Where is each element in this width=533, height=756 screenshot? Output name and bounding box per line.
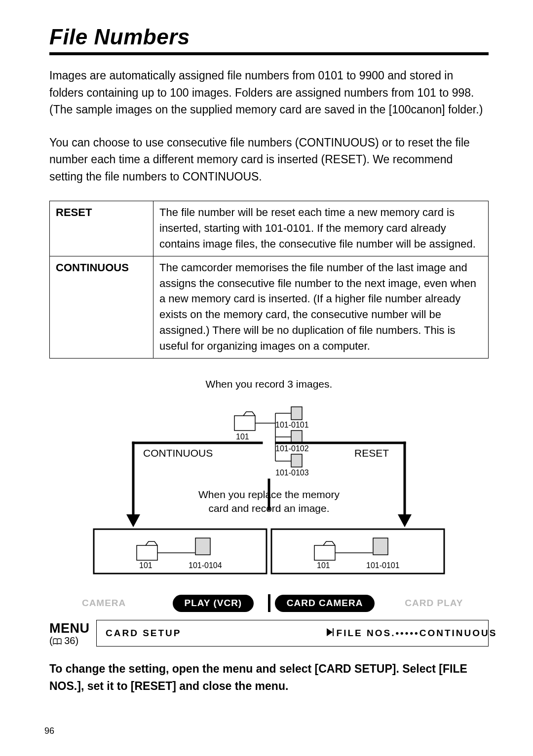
svg-rect-18 xyxy=(195,538,210,555)
mode-pill: PLAY (VCR) xyxy=(173,595,254,612)
intro-paragraph-1: Images are automatically assigned file n… xyxy=(49,67,489,118)
svg-rect-15 xyxy=(94,529,266,574)
mode-selector-row: CAMERA PLAY (VCR) CARD CAMERA CARD PLAY xyxy=(49,593,489,613)
svg-rect-22 xyxy=(333,628,334,636)
continuous-branch-label: CONTINUOUS xyxy=(143,447,213,459)
instruction-text: To change the setting, open the menu and… xyxy=(49,660,489,694)
left-file-label: 101-0104 xyxy=(189,561,222,570)
title-rule xyxy=(49,52,489,55)
reset-branch-label: RESET xyxy=(354,447,389,459)
manual-page: File Numbers Images are automatically as… xyxy=(0,0,533,756)
menu-path-right: FILE NOS.•••••CONTINUOUS xyxy=(277,620,488,646)
svg-marker-11 xyxy=(126,514,140,527)
book-icon xyxy=(53,638,62,645)
file-number-diagram: When you record 3 images. xyxy=(79,378,459,578)
page-title: File Numbers xyxy=(49,25,489,49)
diagram-caption: When you record 3 images. xyxy=(79,378,459,390)
menu-row: MENU ( 36) CARD SETUP FILE NOS.•••••CONT… xyxy=(49,620,489,647)
mode-play-vcr: PLAY (VCR) xyxy=(158,595,267,612)
menu-page-number: 36 xyxy=(64,635,75,646)
svg-marker-21 xyxy=(327,628,333,636)
menu-path-left: CARD SETUP xyxy=(97,620,277,646)
table-row: CONTINUOUS The camcorder memorises the f… xyxy=(50,256,489,358)
diagram-svg xyxy=(79,396,459,578)
page-number: 96 xyxy=(44,726,54,736)
menu-path-right-text: FILE NOS.•••••CONTINUOUS xyxy=(337,628,497,639)
table-row: RESET The file number will be reset each… xyxy=(50,201,489,256)
mode-pill: CARD CAMERA xyxy=(275,595,375,612)
svg-rect-1 xyxy=(291,431,302,443)
mid-text-line2: card and record an image. xyxy=(208,503,329,514)
menu-path-box: CARD SETUP FILE NOS.•••••CONTINUOUS xyxy=(96,620,489,647)
row-description: The file number will be reset each time … xyxy=(153,201,489,256)
left-folder-label: 101 xyxy=(139,561,152,570)
folder-label: 101 xyxy=(236,432,249,441)
menu-page-ref: ( 36) xyxy=(49,635,96,647)
intro-paragraph-2: You can choose to use consecutive file n… xyxy=(49,134,489,185)
svg-rect-0 xyxy=(291,407,302,420)
mode-card-camera: CARD CAMERA xyxy=(270,595,380,612)
row-label: CONTINUOUS xyxy=(50,256,153,358)
file-label-2: 101-0102 xyxy=(275,444,309,453)
menu-label-block: MENU ( 36) xyxy=(49,620,96,647)
play-icon xyxy=(286,617,334,649)
file-label-1: 101-0101 xyxy=(275,421,309,430)
svg-rect-20 xyxy=(373,538,388,555)
diagram-mid-text: When you replace the memory card and rec… xyxy=(79,488,459,516)
mode-camera: CAMERA xyxy=(49,598,158,609)
mid-text-line1: When you replace the memory xyxy=(198,489,340,500)
diagram-canvas: 101 101-0101 101-0102 101-0103 CONTINUOU… xyxy=(79,396,459,578)
right-file-label: 101-0101 xyxy=(366,561,400,570)
right-folder-label: 101 xyxy=(317,561,330,570)
svg-rect-16 xyxy=(271,529,444,574)
menu-heading: MENU xyxy=(49,621,96,636)
definitions-table: RESET The file number will be reset each… xyxy=(49,201,489,359)
svg-marker-14 xyxy=(398,514,412,527)
row-description: The camcorder memorises the file number … xyxy=(153,256,489,358)
svg-rect-2 xyxy=(291,454,302,467)
file-label-3: 101-0103 xyxy=(275,468,309,477)
row-label: RESET xyxy=(50,201,153,256)
mode-card-play: CARD PLAY xyxy=(380,598,489,609)
